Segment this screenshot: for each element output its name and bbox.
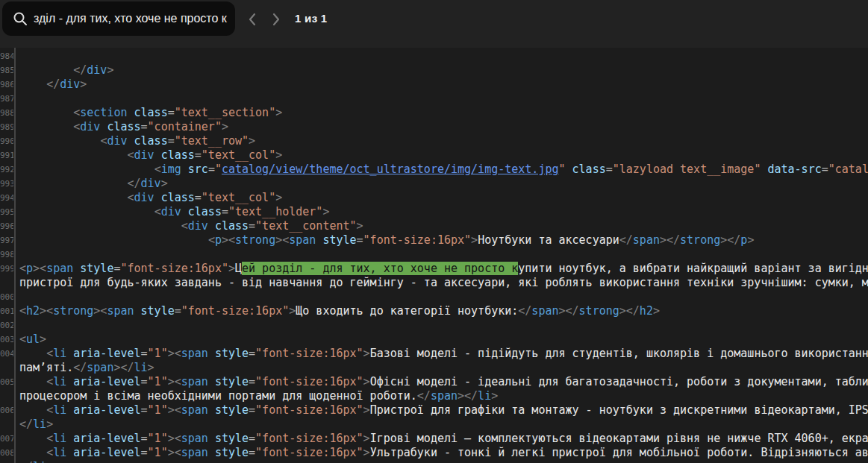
code-line-content: пристрої для будь-яких завдань - від нав… — [0, 276, 868, 290]
next-match-button[interactable] — [266, 10, 286, 29]
code-line: 999<p><span style="font-size:16px">Цей р… — [0, 262, 868, 276]
code-line-content: </div> — [0, 177, 868, 191]
code-line-content: </div> — [0, 63, 868, 78]
code-line-content: <p><span style="font-size:16px">Цей розд… — [0, 262, 868, 276]
search-field[interactable] — [2, 1, 235, 36]
line-number: 003 — [0, 333, 13, 347]
code-line-content: процесором і всіма необхідними портами д… — [0, 389, 868, 403]
line-number: 985 — [0, 63, 13, 78]
code-line: процесором і всіма необхідними портами д… — [0, 389, 868, 403]
code-line: 004 <li aria-level="1"><span style="font… — [0, 347, 868, 361]
line-number: 002 — [0, 318, 13, 333]
line-number: 989 — [0, 120, 13, 134]
code-line-content: <ul> — [0, 333, 868, 347]
line-number: 004 — [0, 347, 13, 361]
code-line-content: <li aria-level="1"><span style="font-siz… — [0, 432, 868, 446]
code-line-content: <div class="text__col"> — [0, 191, 868, 205]
code-line: 005 <li aria-level="1"><span style="font… — [0, 375, 868, 389]
code-line-content: <h2><strong><span style="font-size:16px"… — [0, 304, 868, 318]
code-line: 994 <div class="text__col"> — [0, 191, 868, 205]
code-line: 002 — [0, 318, 868, 333]
code-line-content: <li aria-level="1"><span style="font-siz… — [0, 347, 868, 361]
previous-match-button[interactable] — [243, 10, 262, 29]
code-line-content: </div> — [0, 78, 868, 92]
code-line-content: <div class="text__holder"> — [0, 205, 868, 219]
line-number: 996 — [0, 219, 13, 233]
line-number: 990 — [0, 134, 13, 148]
line-number: 987 — [0, 92, 13, 106]
code-line-content: </li> — [0, 418, 868, 432]
code-line: 007 <li aria-level="1"><span style="font… — [0, 432, 868, 446]
line-number: 998 — [0, 248, 13, 262]
code-line-content: <img src="catalog/view/theme/oct_ultrast… — [0, 163, 868, 177]
code-line: 988 <section class="text__section"> — [0, 106, 868, 120]
code-line-content: <li aria-level="1"><span style="font-siz… — [0, 446, 868, 460]
code-line-content: <p><strong><span style="font-size:16px">… — [0, 233, 868, 248]
code-line-content: <section class="text__section"> — [0, 106, 868, 120]
line-number: 986 — [0, 78, 13, 92]
line-number: 994 — [0, 191, 13, 205]
find-bar: 1 из 1 — [0, 0, 868, 48]
code-line: </li> — [0, 460, 868, 463]
line-number: 992 — [0, 163, 13, 177]
code-line: 991 <div class="text__col"> — [0, 148, 868, 163]
code-line: </li> — [0, 418, 868, 432]
code-line: 984 — [0, 49, 868, 63]
code-line: 989 <div class="container"> — [0, 120, 868, 134]
line-number: 991 — [0, 148, 13, 163]
line-number: 006 — [0, 403, 13, 418]
code-line: пристрої для будь-яких завдань - від нав… — [0, 276, 868, 290]
code-line: пам’яті.</span></li> — [0, 361, 868, 375]
line-number: 999 — [0, 262, 13, 276]
code-line: 995 <div class="text__holder"> — [0, 205, 868, 219]
code-rows: 984985 </div>986 </div>987988 <section c… — [0, 49, 868, 463]
code-editor[interactable]: 984985 </div>986 </div>987988 <section c… — [0, 48, 868, 463]
code-line-content: <li aria-level="1"><span style="font-siz… — [0, 403, 868, 418]
code-line: 993 </div> — [0, 177, 868, 191]
code-line-content: <div class="text__col"> — [0, 148, 868, 163]
code-line-content: <li aria-level="1"><span style="font-siz… — [0, 375, 868, 389]
code-line: 000 — [0, 290, 868, 304]
match-counter: 1 из 1 — [295, 12, 328, 25]
code-line: 985 </div> — [0, 63, 868, 78]
line-number: 984 — [0, 49, 13, 63]
line-number: 000 — [0, 290, 13, 304]
code-line-content: </li> — [0, 460, 868, 463]
code-line: 990 <div class="text__row"> — [0, 134, 868, 148]
search-match-highlight: ей розділ - для тих, хто хоче не просто … — [242, 262, 518, 275]
code-line: 998 — [0, 248, 868, 262]
chevron-left-icon — [248, 13, 257, 26]
search-input[interactable] — [34, 12, 228, 25]
code-line: 003<ul> — [0, 333, 868, 347]
chevron-right-icon — [272, 13, 281, 26]
line-number: 005 — [0, 375, 13, 389]
line-number: 001 — [0, 304, 13, 318]
line-number: 988 — [0, 106, 13, 120]
code-line-content: пам’яті.</span></li> — [0, 361, 868, 375]
line-number: 008 — [0, 446, 13, 460]
code-line-content: <div class="text__row"> — [0, 134, 868, 148]
magnifier-icon — [13, 11, 28, 26]
line-number: 007 — [0, 432, 13, 446]
code-line: 008 <li aria-level="1"><span style="font… — [0, 446, 868, 460]
code-line: 001<h2><strong><span style="font-size:16… — [0, 304, 868, 318]
code-line: 992 <img src="catalog/view/theme/oct_ult… — [0, 163, 868, 177]
code-line-content: <div class="text__content"> — [0, 219, 868, 233]
line-number: 995 — [0, 205, 13, 219]
code-line: 996 <div class="text__content"> — [0, 219, 868, 233]
code-line: 006 <li aria-level="1"><span style="font… — [0, 403, 868, 418]
line-number: 993 — [0, 177, 13, 191]
code-line: 997 <p><strong><span style="font-size:16… — [0, 233, 868, 248]
code-line: 986 </div> — [0, 78, 868, 92]
code-line: 987 — [0, 92, 868, 106]
line-number: 997 — [0, 233, 13, 248]
code-line-content: <div class="container"> — [0, 120, 868, 134]
